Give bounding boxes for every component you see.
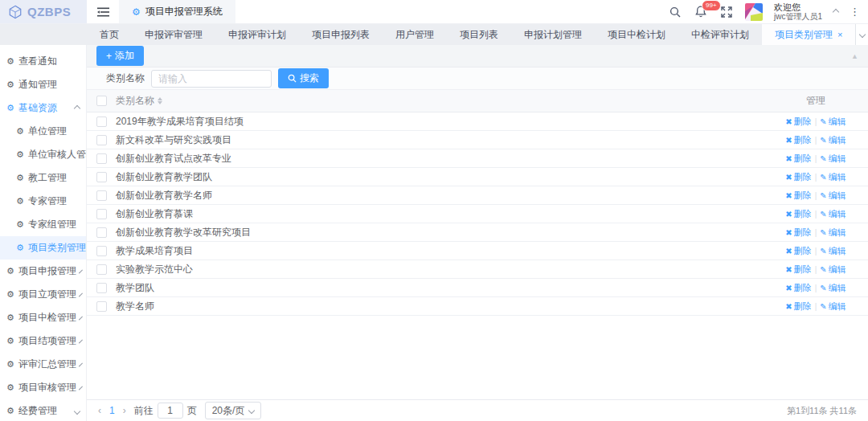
row-checkbox[interactable] [96, 116, 107, 127]
chevron-up-icon[interactable] [833, 8, 839, 14]
edit-link[interactable]: ✎编辑 [820, 116, 845, 128]
tabs-dropdown-button[interactable] [855, 24, 868, 45]
row-checkbox[interactable] [96, 246, 107, 256]
sidebar-item-danwei-guanli[interactable]: ⚙ 单位管理 [0, 120, 86, 143]
edit-link[interactable]: ✎编辑 [820, 208, 845, 220]
page-number-current[interactable]: 1 [109, 405, 115, 416]
sidebar-item-chakan-tongzhi[interactable]: ⚙ 查看通知 [0, 50, 86, 73]
edit-icon: ✎ [820, 117, 826, 126]
system-tab[interactable]: ⚙ 项目申报管理系统 [119, 0, 235, 23]
search-icon[interactable] [668, 5, 682, 19]
gear-icon: ⚙ [16, 149, 24, 160]
tab-shenbao-pingshen-jihua[interactable]: 申报评审计划 [215, 24, 299, 45]
delete-link[interactable]: ✖删除 [785, 245, 811, 257]
sidebar-item-zhuanjia-guanli[interactable]: ⚙ 专家管理 [0, 190, 86, 213]
category-name-cell: 新文科改革与研究实践项目 [116, 133, 764, 147]
category-name-cell: 创新创业教育慕课 [116, 207, 764, 221]
goto-page-input[interactable] [158, 403, 183, 419]
delete-link[interactable]: ✖删除 [785, 153, 811, 165]
user-info[interactable]: 欢迎您 jwc管理人员1 [774, 3, 822, 21]
table-header-row: 类别名称 管理 [87, 90, 868, 112]
row-checkbox[interactable] [96, 227, 107, 238]
table-row: 2019年教学成果培育项目结项 ✖删除 | ✎编辑 [87, 112, 868, 131]
action-divider: | [815, 136, 817, 145]
sidebar-item-zhuanjiazu-guanli[interactable]: ⚙ 专家组管理 [0, 213, 86, 236]
edit-link[interactable]: ✎编辑 [820, 171, 845, 183]
row-checkbox[interactable] [96, 190, 107, 201]
sidebar-item-tongzhi-guanli[interactable]: ⚙ 通知管理 [0, 73, 86, 96]
edit-link[interactable]: ✎编辑 [820, 282, 845, 294]
edit-link[interactable]: ✎编辑 [820, 300, 845, 313]
goto-label: 前往 [134, 404, 154, 418]
tab-xiangmu-zhongjian-jihua[interactable]: 项目中检计划 [595, 24, 678, 45]
logo-hexagon-icon [8, 5, 23, 19]
delete-link[interactable]: ✖删除 [785, 264, 811, 276]
tab-shenbao-jihua-guanli[interactable]: 申报计划管理 [511, 24, 595, 45]
tab-home[interactable]: 首页 [87, 24, 132, 45]
search-button[interactable]: 搜索 [278, 68, 329, 88]
row-checkbox[interactable] [96, 283, 107, 293]
edit-link[interactable]: ✎编辑 [820, 245, 845, 257]
delete-link[interactable]: ✖删除 [785, 208, 811, 220]
delete-link[interactable]: ✖删除 [785, 227, 811, 239]
sidebar-group-pingshen-huizong-guanli[interactable]: ⚙ 评审汇总管理 [0, 353, 86, 376]
user-avatar[interactable] [745, 3, 763, 21]
sidebar-item-jiaogong-guanli[interactable]: ⚙ 教工管理 [0, 166, 86, 190]
gear-icon: ⚙ [6, 336, 14, 346]
sidebar-group-xiangmu-shenbao-guanli[interactable]: ⚙ 项目申报管理 [0, 260, 86, 283]
notification-bell-icon[interactable]: 99+ [694, 5, 708, 19]
sidebar-item-danwei-shenheren-guanli[interactable]: ⚙ 单位审核人管理 [0, 143, 86, 166]
category-name-cell: 教学名师 [116, 300, 764, 313]
close-tab-icon[interactable]: × [837, 30, 842, 39]
tab-xiangmu-shenbao-liebiao[interactable]: 项目申报列表 [299, 24, 383, 45]
sidebar-group-xiangmu-lixiang-guanli[interactable]: ⚙ 项目立项管理 [0, 283, 86, 306]
delete-link[interactable]: ✖删除 [785, 282, 811, 294]
edit-link[interactable]: ✎编辑 [820, 134, 845, 146]
sidebar-collapse-button[interactable] [87, 0, 119, 23]
sidebar-group-xiangmu-shenhe-guanli[interactable]: ⚙ 项目审核管理 [0, 376, 86, 399]
fullscreen-icon[interactable] [719, 5, 734, 19]
tab-yonghu-guanli[interactable]: 用户管理 [383, 24, 447, 45]
next-page-button[interactable]: › [123, 405, 126, 416]
system-tab-label: 项目申报管理系统 [145, 5, 223, 18]
more-menu-icon[interactable]: ⋮ [850, 6, 860, 18]
tab-xiangmu-liebiao[interactable]: 项目列表 [447, 24, 511, 45]
row-checkbox[interactable] [96, 301, 107, 312]
edit-link[interactable]: ✎编辑 [820, 153, 845, 165]
sidebar-group-jingfei-guanli[interactable]: ⚙ 经费管理 [0, 399, 86, 421]
tab-xiangmu-leibie-guanli-active[interactable]: 项目类别管理 × [762, 24, 855, 45]
row-checkbox[interactable] [96, 135, 107, 145]
delete-link[interactable]: ✖删除 [785, 190, 811, 202]
sidebar-group-xiangmu-zhongjian-guanli[interactable]: ⚙ 项目中检管理 [0, 306, 86, 329]
sidebar-group-xiangmu-jiexiang-guanli[interactable]: ⚙ 项目结项管理 [0, 329, 86, 353]
edit-link[interactable]: ✎编辑 [820, 190, 845, 202]
delete-link[interactable]: ✖删除 [785, 116, 811, 128]
row-checkbox[interactable] [96, 264, 107, 275]
tab-shenbao-pingshen-guanli[interactable]: 申报评审管理 [132, 24, 215, 45]
prev-page-button[interactable]: ‹ [98, 405, 101, 416]
delete-link[interactable]: ✖删除 [785, 300, 811, 313]
page-size-value: 20条/页 [212, 404, 245, 418]
delete-link[interactable]: ✖删除 [785, 134, 811, 146]
sidebar-item-label: 项目审核管理 [18, 381, 76, 394]
category-name-input[interactable] [151, 70, 272, 88]
page-size-select[interactable]: 20条/页 [205, 402, 262, 419]
select-all-checkbox[interactable] [96, 96, 107, 106]
notification-badge: 99+ [702, 0, 721, 11]
edit-link[interactable]: ✎编辑 [820, 264, 845, 276]
row-checkbox[interactable] [96, 172, 107, 182]
row-checkbox[interactable] [96, 153, 107, 164]
tab-zhongjian-pingshen-jihua[interactable]: 中检评审计划 [678, 24, 762, 45]
add-button[interactable]: +添加 [96, 46, 144, 66]
header-actions: 99+ 欢迎您 [668, 0, 868, 23]
sidebar-group-jichu-ziyuan[interactable]: ⚙ 基础资源 [0, 96, 86, 120]
table-row: 创新创业教育教学名师 ✖删除 | ✎编辑 [87, 186, 868, 205]
sidebar-item-xiangmu-leibie-guanli[interactable]: ⚙ 项目类别管理 [0, 236, 86, 260]
category-name-cell: 教学团队 [116, 281, 764, 295]
panel-collapse-icon[interactable]: ▲ [851, 52, 858, 60]
sort-icon[interactable] [158, 97, 162, 104]
gear-icon: ⚙ [6, 359, 14, 370]
row-checkbox[interactable] [96, 209, 107, 219]
delete-link[interactable]: ✖删除 [785, 171, 811, 183]
edit-link[interactable]: ✎编辑 [820, 227, 845, 239]
